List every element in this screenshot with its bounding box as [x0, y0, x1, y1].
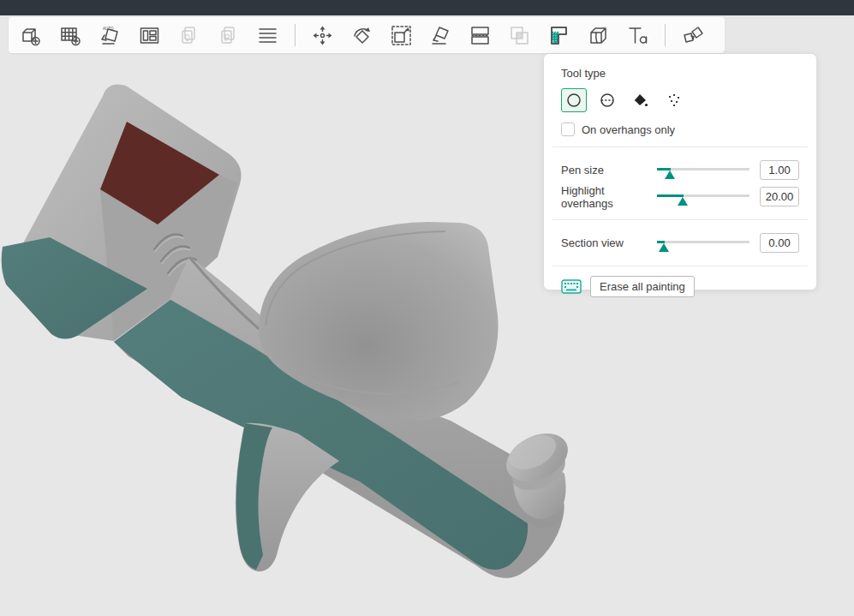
section-view-label: Section view	[561, 236, 657, 249]
panel-divider	[552, 266, 808, 266]
tool-sphere-button[interactable]	[594, 88, 620, 112]
toolbar-separator	[295, 24, 296, 46]
panel-divider	[552, 147, 808, 147]
arrange-button[interactable]	[132, 20, 167, 51]
svg-text:P: P	[224, 33, 230, 42]
fill-bucket-icon	[632, 92, 649, 109]
cut-button[interactable]	[463, 20, 498, 51]
copy-button[interactable]: 0	[171, 20, 206, 51]
support-paint-button[interactable]	[541, 20, 576, 51]
highlight-overhangs-slider[interactable]	[657, 190, 749, 204]
place-on-face-button[interactable]	[423, 20, 458, 51]
add-object-icon	[20, 24, 43, 47]
add-plate-icon	[59, 24, 82, 47]
overhangs-only-label: On overhangs only	[582, 123, 675, 136]
panel-divider	[552, 219, 808, 220]
text-tool-icon	[626, 24, 649, 47]
toolbar-separator	[665, 24, 666, 46]
svg-text:0: 0	[185, 33, 190, 42]
boolean-icon	[508, 24, 531, 47]
pen-size-value[interactable]: 1.00	[760, 160, 799, 180]
overhangs-only-row: On overhangs only	[561, 122, 799, 137]
add-object-button[interactable]	[14, 20, 49, 51]
rotate-icon	[350, 24, 373, 47]
cut-icon	[469, 24, 492, 47]
variable-layers-button[interactable]	[250, 20, 285, 51]
tool-type-buttons	[561, 88, 799, 112]
highlight-overhangs-row: Highlight overhangs 20.00	[561, 183, 799, 210]
move-icon	[311, 24, 334, 47]
auto-orient-icon: AUTO	[99, 24, 122, 47]
support-paint-panel: Tool type	[544, 54, 816, 290]
arrange-icon	[138, 24, 161, 47]
panel-bottom-row: Erase all painting	[561, 276, 799, 297]
add-plate-button[interactable]	[53, 20, 88, 51]
boolean-button[interactable]	[502, 20, 537, 51]
split-button[interactable]	[675, 20, 710, 51]
tool-fill-button[interactable]	[628, 88, 654, 112]
main-toolbar: AUTO 0 P	[9, 17, 725, 53]
section-view-value[interactable]: 0.00	[760, 233, 799, 253]
seam-paint-icon	[587, 24, 610, 47]
pen-size-row: Pen size 1.00	[561, 157, 799, 183]
smart-fill-icon	[666, 92, 683, 109]
text-tool-button[interactable]	[620, 20, 655, 51]
slider-thumb[interactable]	[659, 243, 669, 252]
slider-track[interactable]	[657, 241, 749, 243]
highlight-overhangs-label: Highlight overhangs	[561, 184, 657, 210]
overhangs-only-checkbox[interactable]	[561, 123, 575, 136]
copy-icon: 0	[177, 24, 200, 47]
model-headphone-hook	[2, 85, 576, 578]
erase-all-painting-button[interactable]: Erase all painting	[590, 276, 695, 297]
tool-circle-button[interactable]	[561, 88, 587, 112]
paste-button[interactable]: P	[211, 20, 246, 51]
pen-size-label: Pen size	[561, 164, 657, 176]
layers-icon	[256, 24, 279, 47]
highlight-overhangs-value[interactable]: 20.00	[760, 187, 799, 206]
scale-icon	[390, 24, 413, 47]
window-titlebar	[0, 0, 854, 15]
pen-size-slider[interactable]	[657, 164, 749, 177]
slider-track[interactable]	[657, 194, 749, 197]
slider-thumb[interactable]	[678, 197, 688, 206]
section-view-row: Section view 0.00	[561, 230, 799, 256]
move-button[interactable]	[305, 20, 340, 51]
split-icon	[681, 24, 704, 47]
sphere-brush-icon	[599, 92, 616, 109]
paste-icon: P	[217, 24, 240, 47]
rotate-button[interactable]	[344, 20, 379, 51]
scale-button[interactable]	[384, 20, 419, 51]
circle-brush-icon	[565, 92, 582, 109]
tool-smart-fill-button[interactable]	[661, 88, 687, 112]
place-on-face-icon	[429, 24, 452, 47]
section-view-slider[interactable]	[657, 236, 749, 250]
auto-orient-button[interactable]: AUTO	[93, 20, 128, 51]
slider-thumb[interactable]	[665, 170, 675, 179]
seam-paint-button[interactable]	[581, 20, 616, 51]
keyboard-shortcuts-icon[interactable]	[561, 279, 582, 294]
tool-type-label: Tool type	[561, 67, 799, 80]
support-paint-icon	[547, 24, 570, 47]
